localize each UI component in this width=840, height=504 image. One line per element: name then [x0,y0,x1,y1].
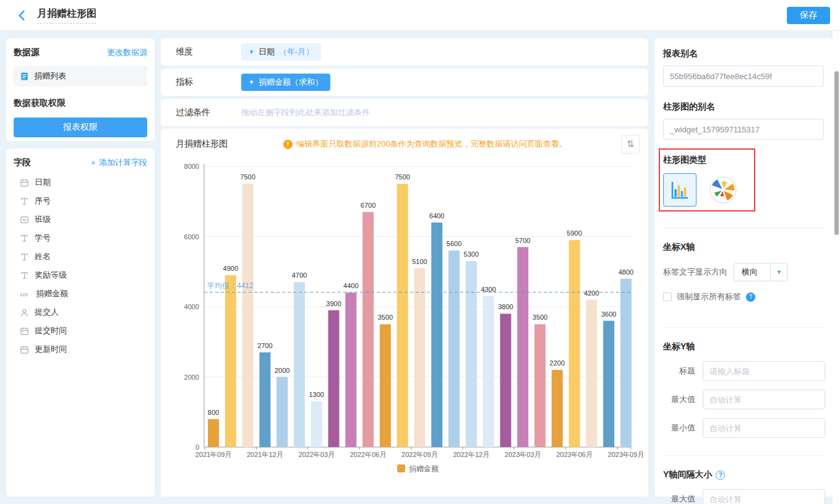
bar-value-label: 4900 [223,265,238,272]
bar[interactable] [534,324,546,447]
bar-value-label: 5900 [567,229,581,237]
bar-value-label: 4400 [343,282,358,289]
report-alias-input[interactable] [663,66,824,87]
top-bar: 月捐赠柱形图 保存 [0,0,840,31]
bar[interactable] [380,324,391,447]
bar[interactable] [259,352,270,447]
dimension-tag[interactable]: ▼ 日期（年-月） [241,43,321,61]
field-item[interactable]: 提交时间 [14,322,147,340]
y-axis-title: 坐标Y轴 [663,341,824,352]
bar[interactable] [586,300,597,447]
bar-value-label: 7500 [240,173,255,181]
force-all-labels-label: 强制显示所有标签 [677,291,741,302]
legend-swatch[interactable] [397,464,405,472]
bar-value-label: 4700 [292,271,307,279]
field-item[interactable]: 奖励等级 [14,266,147,284]
field-item[interactable]: 提交人 [14,303,147,322]
bar[interactable] [225,275,236,447]
bar[interactable] [397,184,408,447]
field-item-label: 奖励等级 [35,270,67,281]
metric-tag[interactable]: ▼ 捐赠金额（求和） [241,74,330,91]
bar[interactable] [414,268,425,447]
bar[interactable] [362,212,374,447]
force-all-labels-checkbox[interactable] [663,293,672,301]
field-item[interactable]: 更新时间 [14,340,147,359]
datasource-item[interactable]: 捐赠列表 [14,66,147,87]
bar[interactable] [448,250,460,447]
y-axis-min-label: 最小值 [663,422,695,434]
field-item[interactable]: 123捐赠金额 [14,284,147,303]
bar-value-label: 6700 [361,202,375,209]
bar[interactable] [569,240,580,447]
widget-alias-input[interactable] [663,119,824,140]
x-tick-label: 2022年06月 [350,451,387,458]
bar-value-label: 7500 [395,173,409,181]
bar-value-label: 3800 [498,303,513,310]
chart-type-section: 柱形图类型 [663,155,824,207]
help-icon[interactable]: ? [716,471,725,480]
calendar-icon [20,345,29,354]
bar[interactable] [345,293,356,447]
y-interval-title: Y轴间隔大小? [663,469,824,481]
filter-placeholder: 拖动左侧字段到此处来添加过滤条件 [241,107,370,118]
chevron-down-icon: ▼ [770,263,787,281]
dimension-row: 维度 ▼ 日期（年-月） [161,38,648,66]
fields-panel: 字段 ＋添加计算字段 日期序号班级学号姓名奖励等级123捐赠金额提交人提交时间更… [6,148,155,497]
filter-row[interactable]: 过滤条件 拖动左侧字段到此处来添加过滤条件 [161,99,648,126]
datasource-panel: 数据源 更改数据源 捐赠列表 数据获取权限 报表权限 [6,38,155,141]
add-calc-field-link[interactable]: ＋添加计算字段 [89,157,147,168]
form-icon [20,72,29,81]
bar[interactable] [328,310,340,447]
y-interval-max-label: 最大值 [663,493,695,504]
report-alias-title: 报表别名 [663,48,824,59]
report-permission-button[interactable]: 报表权限 [14,117,147,137]
divider [663,327,824,328]
select-icon [20,215,29,224]
field-item[interactable]: 姓名 [14,247,147,266]
sort-button[interactable]: ⇅ [621,135,640,153]
bar[interactable] [276,377,288,448]
y-axis-min-input[interactable] [703,418,825,438]
bar[interactable] [311,401,322,447]
chart-type-bar-option[interactable] [663,173,696,207]
y-axis-caption-input[interactable] [703,361,825,381]
bar[interactable] [500,314,511,447]
bar[interactable] [517,247,528,447]
field-item[interactable]: 序号 [14,192,147,210]
save-button[interactable]: 保存 [787,7,830,24]
chart-type-pie-option[interactable] [706,173,740,207]
scrollbar-thumb[interactable] [834,71,839,235]
field-item[interactable]: 班级 [14,210,147,229]
bar[interactable] [552,370,563,447]
bar-value-label: 6400 [429,212,444,220]
field-item-label: 班级 [35,214,51,225]
bar[interactable] [603,321,614,447]
bar[interactable] [208,419,219,447]
y-interval-max-input[interactable] [703,489,825,504]
y-tick-label: 8000 [184,163,199,170]
bar[interactable] [431,223,442,447]
bar-value-label: 800 [208,409,219,416]
person-icon [20,308,29,317]
bar[interactable] [242,184,254,447]
bar[interactable] [483,296,494,447]
bar-value-label: 2000 [275,367,289,374]
legend-label[interactable]: 捐赠金额 [409,464,439,473]
bar[interactable] [294,282,305,447]
field-item[interactable]: 日期 [14,173,147,192]
y-axis-max-input[interactable] [703,390,825,409]
bar[interactable] [620,279,632,447]
bar-chart-icon [668,178,692,202]
change-datasource-link[interactable]: 更改数据源 [107,47,147,58]
bar-value-label: 3900 [326,300,341,307]
help-icon[interactable]: ? [746,293,755,302]
plus-icon: ＋ [89,157,97,168]
calendar-icon [20,327,29,336]
bar[interactable] [466,261,477,447]
bar-chart-svg: 020004000600080008002021年09月490075002700… [161,129,648,497]
label-direction-select[interactable]: 横向 ▼ [734,263,788,281]
scrollbar-track[interactable] [833,31,840,504]
page-title[interactable]: 月捐赠柱形图 [37,7,96,23]
field-item[interactable]: 学号 [14,229,147,247]
back-icon[interactable] [15,8,30,23]
